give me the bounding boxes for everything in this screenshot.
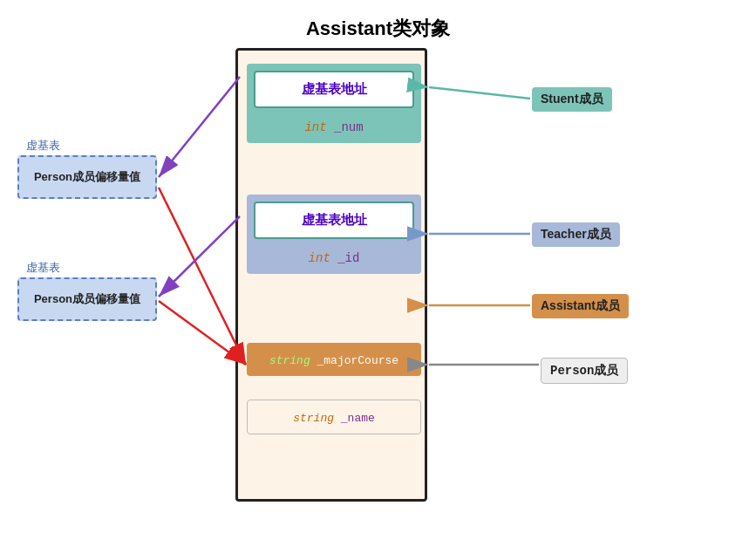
int-id-field: int _id [254,246,414,267]
person-member-text: string _name [293,412,375,425]
vtable-label-2: 虚基表 [26,260,60,276]
name-var: _name [341,412,375,425]
vtable-dashed-box-2: Person成员偏移量值 [17,277,157,321]
major-var: _majorCourse [317,354,399,367]
string-keyword-2: string [293,412,334,425]
red-arrow-1 [159,188,246,365]
num-var: _num [334,120,364,134]
vtable-label-1: 虚基表 [26,138,60,154]
student-member-label: Stuent成员 [532,87,612,112]
vtable-addr-box-2: 虚基表地址 [254,202,414,239]
person-member-box: string _name [247,400,421,434]
assistant-member-text: string _majorCourse [269,354,398,367]
student-section: 虚基表地址 int _num [247,64,421,143]
assistant-member-label: Assistant成员 [532,294,629,318]
assistant-member-box: string _majorCourse [247,343,421,376]
int-keyword-1: int [304,120,326,134]
teacher-section: 虚基表地址 int _id [247,195,421,274]
int-keyword-2: int [309,251,330,265]
int-num-field: int _num [254,115,414,136]
purple-arrow-2 [159,216,240,297]
vtable-dashed-box-1: Person成员偏移量值 [17,155,157,199]
string-keyword-1: string [269,354,310,367]
purple-arrow-1 [159,77,240,177]
id-var: _id [337,251,359,265]
student-arrow [429,87,530,99]
red-arrow-2 [159,301,246,365]
page-title: Assistant类对象 [306,16,450,42]
assistant-object-box: 虚基表地址 int _num 虚基表地址 int _id string _maj… [235,48,427,502]
person-member-label: Person成员 [541,358,628,384]
vtable-addr-box-1: 虚基表地址 [254,71,414,108]
teacher-member-label: Teacher成员 [532,222,620,247]
